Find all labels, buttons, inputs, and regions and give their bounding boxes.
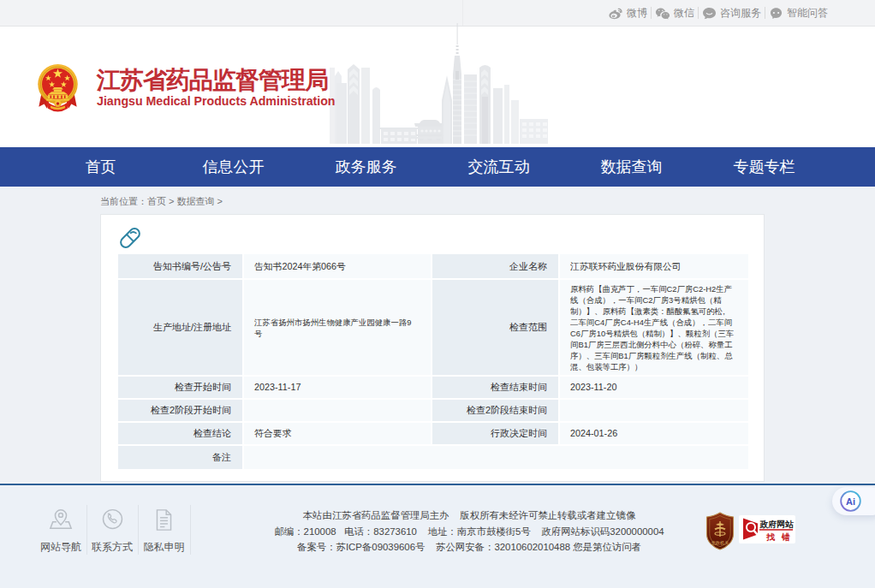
svg-text:政府网站: 政府网站 — [759, 520, 794, 529]
svg-text:Ai: Ai — [846, 496, 855, 507]
svg-text:党政机关: 党政机关 — [711, 540, 729, 546]
svg-text:找错: 找错 — [765, 532, 795, 542]
